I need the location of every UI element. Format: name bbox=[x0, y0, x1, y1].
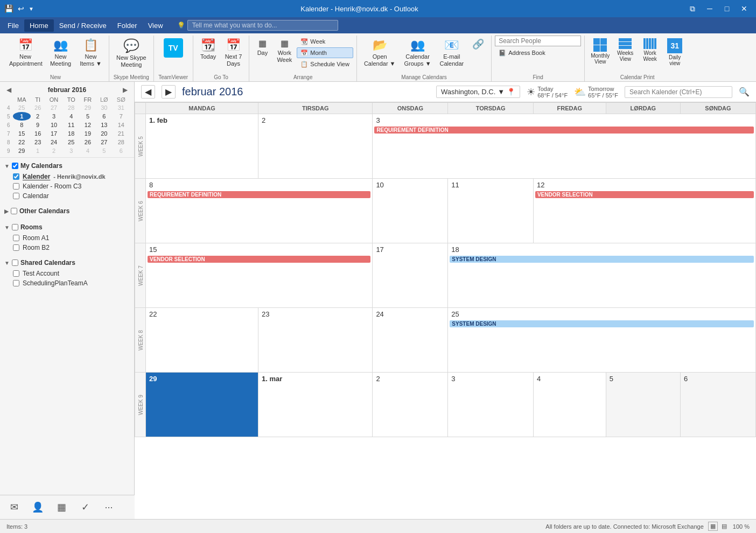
cal-cell[interactable]: 2 bbox=[373, 373, 448, 437]
cal-cell[interactable]: 25SYSTEM DESIGN bbox=[448, 308, 756, 373]
sidebar-item-room-a1[interactable]: Room A1 bbox=[4, 233, 130, 243]
mini-cal-day[interactable]: 1 bbox=[13, 112, 31, 121]
mini-cal-day[interactable]: 1 bbox=[31, 146, 45, 155]
email-calendar-btn[interactable]: 📧 E-mailCalendar bbox=[436, 36, 468, 70]
my-calendars-header[interactable]: ▼ My Calendars bbox=[4, 160, 130, 172]
cal-cell[interactable]: 10 bbox=[373, 179, 448, 243]
cal-search-icon[interactable]: 🔍 bbox=[739, 87, 750, 97]
restore-btn[interactable]: ⧉ bbox=[685, 1, 700, 16]
room-a1-check[interactable] bbox=[13, 235, 19, 241]
menu-home[interactable]: Home bbox=[24, 19, 54, 32]
cal-cell[interactable]: 1. feb bbox=[146, 114, 258, 179]
cal-event[interactable]: SYSTEM DESIGN bbox=[450, 256, 754, 263]
mini-cal-next[interactable]: ▶ bbox=[121, 86, 130, 94]
mini-cal-day[interactable]: 12 bbox=[80, 121, 96, 129]
cal-cell[interactable]: 1. mar bbox=[258, 373, 373, 437]
mini-cal-day[interactable]: 20 bbox=[96, 129, 112, 138]
mini-cal-day[interactable]: 29 bbox=[13, 146, 31, 155]
next-7-days-btn[interactable]: 📅 Next 7Days bbox=[221, 36, 246, 70]
kalender-room-c3-check[interactable] bbox=[13, 183, 19, 190]
mini-cal-day[interactable]: 24 bbox=[45, 138, 62, 146]
cal-grid-container[interactable]: MANDAG TIRSDAG ONSDAG TORSDAG FREDAG LØR… bbox=[135, 102, 756, 519]
mini-cal-day[interactable]: 29 bbox=[80, 103, 96, 112]
mini-cal-day[interactable]: 3 bbox=[63, 146, 80, 155]
cal-cell[interactable]: 4 bbox=[533, 373, 606, 437]
today-btn[interactable]: 📆 Today bbox=[197, 36, 220, 70]
other-calendars-checkbox[interactable] bbox=[11, 208, 17, 214]
share-calendar-btn[interactable]: 🔗 bbox=[468, 36, 488, 70]
my-calendars-checkbox[interactable] bbox=[12, 163, 18, 169]
tasks-nav-btn[interactable]: ✓ bbox=[75, 497, 95, 517]
month-view-btn[interactable]: 📅 Month bbox=[297, 47, 353, 58]
cal-prev-btn[interactable]: ◀ bbox=[141, 85, 155, 99]
cal-event[interactable]: REQUIREMENT DEFINITION bbox=[374, 127, 754, 134]
cal-cell[interactable]: 17 bbox=[373, 243, 448, 308]
mini-cal-day[interactable]: 30 bbox=[96, 103, 112, 112]
search-people-input[interactable] bbox=[495, 36, 581, 46]
new-appointment-btn[interactable]: 📅 NewAppointment bbox=[5, 36, 45, 70]
mini-cal-day[interactable]: 31 bbox=[113, 103, 130, 112]
menu-file[interactable]: File bbox=[2, 19, 24, 32]
weeks-view-btn[interactable]: WeeksView bbox=[613, 36, 637, 70]
mini-cal-day[interactable]: 6 bbox=[96, 112, 112, 121]
mini-cal-day[interactable]: 6 bbox=[113, 146, 130, 155]
mini-cal-day[interactable]: 23 bbox=[31, 138, 45, 146]
scheduling-plan-check[interactable] bbox=[13, 280, 19, 286]
cal-event[interactable]: REQUIREMENT DEFINITION bbox=[148, 191, 370, 198]
schedule-view-btn[interactable]: 📋 Schedule View bbox=[297, 59, 353, 69]
work-week-btn[interactable]: WorkWeek bbox=[638, 36, 662, 70]
cal-event[interactable]: SYSTEM DESIGN bbox=[450, 320, 754, 327]
daily-view-btn[interactable]: 31 Dailyview bbox=[663, 36, 687, 70]
mail-nav-btn[interactable]: ✉ bbox=[4, 497, 24, 517]
mini-cal-day[interactable]: 8 bbox=[13, 121, 31, 129]
day-view-btn[interactable]: ▦ Day bbox=[253, 36, 272, 70]
contacts-nav-btn[interactable]: 👤 bbox=[28, 497, 47, 517]
cal-location[interactable]: Washington, D.C. ▼ 📍 bbox=[436, 86, 520, 98]
sidebar-item-test-account[interactable]: Test Account bbox=[4, 269, 130, 278]
mini-cal-day[interactable]: 3 bbox=[45, 112, 62, 121]
room-b2-check[interactable] bbox=[13, 244, 19, 251]
mini-cal-day[interactable]: 21 bbox=[113, 129, 130, 138]
cal-next-btn[interactable]: ▶ bbox=[162, 85, 176, 99]
mini-cal-day[interactable]: 26 bbox=[80, 138, 96, 146]
cal-cell[interactable]: 29 bbox=[146, 373, 258, 437]
menu-view[interactable]: View bbox=[143, 19, 169, 32]
mini-cal-day[interactable]: 9 bbox=[31, 121, 45, 129]
cal-cell[interactable]: 3 bbox=[448, 373, 534, 437]
mini-cal-day[interactable]: 16 bbox=[31, 129, 45, 138]
mini-cal-day[interactable]: 25 bbox=[13, 103, 31, 112]
sidebar-item-calendar[interactable]: Calendar bbox=[4, 191, 130, 201]
calendar-groups-btn[interactable]: 👥 CalendarGroups ▼ bbox=[401, 36, 435, 70]
address-book-btn[interactable]: 📓 Address Book bbox=[495, 47, 581, 58]
sidebar-item-kalender-room-c3[interactable]: Kalender - Room C3 bbox=[4, 181, 130, 191]
menu-folder[interactable]: Folder bbox=[112, 19, 143, 32]
calendar-check[interactable] bbox=[13, 193, 19, 199]
work-week-view-btn[interactable]: ▦ WorkWeek bbox=[273, 36, 296, 70]
sidebar-item-scheduling-plan[interactable]: SchedulingPlanTeamA bbox=[4, 278, 130, 288]
undo-icon[interactable]: ↩ bbox=[18, 4, 24, 13]
monthly-view-btn[interactable]: MonthlyView bbox=[588, 36, 612, 70]
mini-cal-day[interactable]: 10 bbox=[45, 121, 62, 129]
cal-cell[interactable]: 23 bbox=[258, 308, 373, 373]
save-icon[interactable]: 💾 bbox=[4, 4, 13, 13]
new-items-btn[interactable]: 📋 NewItems ▼ bbox=[76, 36, 106, 70]
mini-cal-day[interactable]: 28 bbox=[63, 103, 80, 112]
more-nav-btn[interactable]: ··· bbox=[99, 497, 118, 517]
mini-cal-day[interactable]: 11 bbox=[63, 121, 80, 129]
mini-cal-day[interactable]: 26 bbox=[31, 103, 45, 112]
week-view-btn[interactable]: 📆 Week bbox=[297, 36, 353, 47]
cal-cell[interactable]: 2 bbox=[258, 114, 373, 179]
shared-calendars-header[interactable]: ▼ Shared Calendars bbox=[4, 257, 130, 269]
mini-cal-day[interactable]: 7 bbox=[113, 112, 130, 121]
mini-cal-day[interactable]: 14 bbox=[113, 121, 130, 129]
cal-search-input[interactable] bbox=[625, 86, 732, 98]
mini-cal-day[interactable]: 27 bbox=[45, 103, 62, 112]
menu-search-input[interactable] bbox=[187, 20, 338, 31]
new-skype-meeting-btn[interactable]: 💬 New SkypeMeeting bbox=[113, 36, 150, 70]
mini-cal-day[interactable]: 2 bbox=[45, 146, 62, 155]
kalender-main-check[interactable] bbox=[13, 173, 19, 180]
mini-cal-day[interactable]: 19 bbox=[80, 129, 96, 138]
sidebar-item-room-b2[interactable]: Room B2 bbox=[4, 243, 130, 253]
mini-cal-day[interactable]: 5 bbox=[80, 112, 96, 121]
shared-calendars-checkbox[interactable] bbox=[12, 260, 18, 266]
